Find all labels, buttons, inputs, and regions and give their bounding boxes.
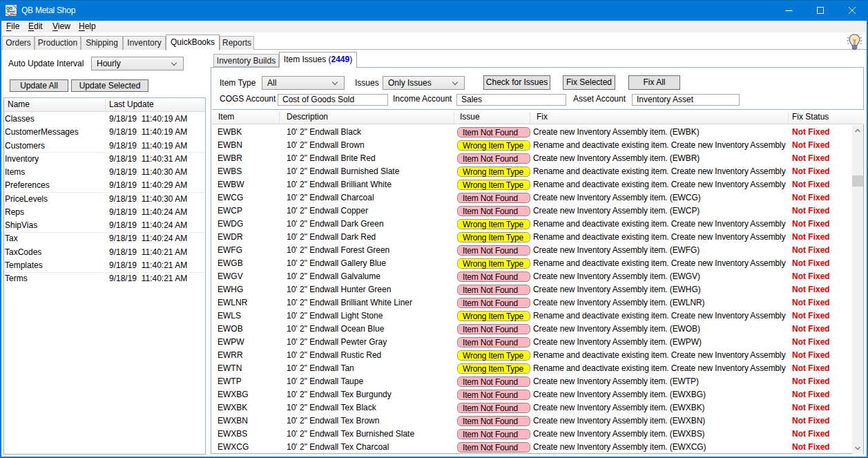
svg-text:Shop: Shop — [10, 12, 17, 16]
